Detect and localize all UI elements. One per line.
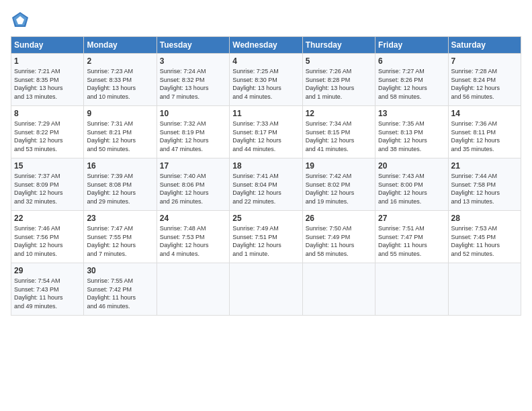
table-row: 7Sunrise: 7:28 AM Sunset: 8:24 PM Daylig… (448, 54, 521, 106)
day-number: 14 (451, 109, 518, 118)
day-number: 10 (160, 109, 226, 118)
day-info: Sunrise: 7:27 AM Sunset: 8:26 PM Dayligh… (378, 67, 445, 101)
table-row (157, 263, 229, 316)
week-row-2: 8Sunrise: 7:29 AM Sunset: 8:22 PM Daylig… (11, 106, 521, 158)
calendar-table: SundayMondayTuesdayWednesdayThursdayFrid… (11, 36, 521, 316)
table-row: 14Sunrise: 7:36 AM Sunset: 8:11 PM Dayli… (448, 106, 521, 158)
day-number: 6 (378, 56, 445, 66)
day-number: 25 (232, 214, 299, 223)
table-row: 28Sunrise: 7:53 AM Sunset: 7:45 PM Dayli… (448, 211, 521, 263)
table-row: 16Sunrise: 7:39 AM Sunset: 8:08 PM Dayli… (84, 158, 157, 211)
day-number: 9 (87, 109, 153, 118)
day-info: Sunrise: 7:51 AM Sunset: 7:47 PM Dayligh… (378, 224, 445, 258)
table-row (448, 263, 521, 316)
table-row: 13Sunrise: 7:35 AM Sunset: 8:13 PM Dayli… (375, 106, 448, 158)
day-info: Sunrise: 7:53 AM Sunset: 7:45 PM Dayligh… (451, 224, 518, 258)
day-info: Sunrise: 7:23 AM Sunset: 8:33 PM Dayligh… (87, 67, 153, 101)
table-row (230, 263, 302, 316)
table-row: 12Sunrise: 7:34 AM Sunset: 8:15 PM Dayli… (302, 106, 375, 158)
table-row: 27Sunrise: 7:51 AM Sunset: 7:47 PM Dayli… (375, 211, 448, 263)
day-number: 12 (306, 109, 372, 118)
day-info: Sunrise: 7:28 AM Sunset: 8:24 PM Dayligh… (451, 67, 518, 101)
day-number: 3 (160, 56, 226, 66)
week-row-4: 22Sunrise: 7:46 AM Sunset: 7:56 PM Dayli… (11, 211, 521, 263)
table-row: 10Sunrise: 7:32 AM Sunset: 8:19 PM Dayli… (157, 106, 229, 158)
table-row: 19Sunrise: 7:42 AM Sunset: 8:02 PM Dayli… (302, 158, 375, 211)
table-row: 17Sunrise: 7:40 AM Sunset: 8:06 PM Dayli… (157, 158, 229, 211)
day-info: Sunrise: 7:43 AM Sunset: 8:00 PM Dayligh… (378, 172, 445, 205)
table-row: 18Sunrise: 7:41 AM Sunset: 8:04 PM Dayli… (230, 158, 302, 211)
day-info: Sunrise: 7:41 AM Sunset: 8:04 PM Dayligh… (232, 172, 299, 205)
header-thursday: Thursday (302, 37, 375, 54)
day-number: 2 (87, 56, 153, 66)
day-info: Sunrise: 7:44 AM Sunset: 7:58 PM Dayligh… (451, 172, 518, 205)
table-row: 15Sunrise: 7:37 AM Sunset: 8:09 PM Dayli… (11, 158, 84, 211)
table-row: 9Sunrise: 7:31 AM Sunset: 8:21 PM Daylig… (84, 106, 157, 158)
table-row: 23Sunrise: 7:47 AM Sunset: 7:55 PM Dayli… (84, 211, 157, 263)
page: SundayMondayTuesdayWednesdayThursdayFrid… (0, 0, 532, 411)
header-sunday: Sunday (11, 37, 84, 54)
day-number: 18 (232, 161, 299, 171)
week-row-5: 29Sunrise: 7:54 AM Sunset: 7:43 PM Dayli… (11, 263, 521, 316)
header-friday: Friday (375, 37, 448, 54)
day-info: Sunrise: 7:50 AM Sunset: 7:49 PM Dayligh… (306, 224, 372, 258)
day-number: 29 (14, 266, 81, 275)
day-number: 19 (306, 161, 372, 171)
header-saturday: Saturday (448, 37, 521, 54)
day-info: Sunrise: 7:36 AM Sunset: 8:11 PM Dayligh… (451, 120, 518, 153)
day-number: 24 (160, 214, 226, 223)
day-number: 11 (232, 109, 299, 118)
day-info: Sunrise: 7:54 AM Sunset: 7:43 PM Dayligh… (14, 277, 81, 310)
day-info: Sunrise: 7:34 AM Sunset: 8:15 PM Dayligh… (306, 120, 372, 153)
day-number: 21 (451, 161, 518, 171)
table-row: 20Sunrise: 7:43 AM Sunset: 8:00 PM Dayli… (375, 158, 448, 211)
day-number: 22 (14, 214, 81, 223)
day-number: 28 (451, 214, 518, 223)
day-info: Sunrise: 7:47 AM Sunset: 7:55 PM Dayligh… (87, 224, 153, 258)
table-row: 25Sunrise: 7:49 AM Sunset: 7:51 PM Dayli… (230, 211, 302, 263)
table-row: 4Sunrise: 7:25 AM Sunset: 8:30 PM Daylig… (230, 54, 302, 106)
day-info: Sunrise: 7:31 AM Sunset: 8:21 PM Dayligh… (87, 120, 153, 153)
day-number: 4 (232, 56, 299, 66)
table-row: 29Sunrise: 7:54 AM Sunset: 7:43 PM Dayli… (11, 263, 84, 316)
day-info: Sunrise: 7:32 AM Sunset: 8:19 PM Dayligh… (160, 120, 226, 153)
day-info: Sunrise: 7:25 AM Sunset: 8:30 PM Dayligh… (232, 67, 299, 101)
day-info: Sunrise: 7:42 AM Sunset: 8:02 PM Dayligh… (306, 172, 372, 205)
day-number: 15 (14, 161, 81, 171)
table-row: 30Sunrise: 7:55 AM Sunset: 7:42 PM Dayli… (84, 263, 157, 316)
day-info: Sunrise: 7:24 AM Sunset: 8:32 PM Dayligh… (160, 67, 226, 101)
table-row: 6Sunrise: 7:27 AM Sunset: 8:26 PM Daylig… (375, 54, 448, 106)
logo-icon (11, 11, 30, 30)
day-number: 16 (87, 161, 153, 171)
header-monday: Monday (84, 37, 157, 54)
table-row: 2Sunrise: 7:23 AM Sunset: 8:33 PM Daylig… (84, 54, 157, 106)
day-info: Sunrise: 7:29 AM Sunset: 8:22 PM Dayligh… (14, 120, 81, 153)
day-number: 20 (378, 161, 445, 171)
day-info: Sunrise: 7:46 AM Sunset: 7:56 PM Dayligh… (14, 224, 81, 258)
table-row: 3Sunrise: 7:24 AM Sunset: 8:32 PM Daylig… (157, 54, 229, 106)
day-number: 23 (87, 214, 153, 223)
header-wednesday: Wednesday (230, 37, 302, 54)
day-info: Sunrise: 7:37 AM Sunset: 8:09 PM Dayligh… (14, 172, 81, 205)
day-number: 27 (378, 214, 445, 223)
logo (11, 11, 32, 30)
table-row (302, 263, 375, 316)
table-row: 24Sunrise: 7:48 AM Sunset: 7:53 PM Dayli… (157, 211, 229, 263)
day-info: Sunrise: 7:35 AM Sunset: 8:13 PM Dayligh… (378, 120, 445, 153)
day-info: Sunrise: 7:55 AM Sunset: 7:42 PM Dayligh… (87, 277, 153, 310)
header (11, 11, 521, 30)
table-row: 26Sunrise: 7:50 AM Sunset: 7:49 PM Dayli… (302, 211, 375, 263)
table-row: 21Sunrise: 7:44 AM Sunset: 7:58 PM Dayli… (448, 158, 521, 211)
day-info: Sunrise: 7:40 AM Sunset: 8:06 PM Dayligh… (160, 172, 226, 205)
day-info: Sunrise: 7:33 AM Sunset: 8:17 PM Dayligh… (232, 120, 299, 153)
header-tuesday: Tuesday (157, 37, 229, 54)
table-row: 22Sunrise: 7:46 AM Sunset: 7:56 PM Dayli… (11, 211, 84, 263)
table-row: 1Sunrise: 7:21 AM Sunset: 8:35 PM Daylig… (11, 54, 84, 106)
table-row: 5Sunrise: 7:26 AM Sunset: 8:28 PM Daylig… (302, 54, 375, 106)
day-number: 30 (87, 266, 153, 275)
table-row (375, 263, 448, 316)
day-number: 26 (306, 214, 372, 223)
day-info: Sunrise: 7:39 AM Sunset: 8:08 PM Dayligh… (87, 172, 153, 205)
table-row: 8Sunrise: 7:29 AM Sunset: 8:22 PM Daylig… (11, 106, 84, 158)
week-row-3: 15Sunrise: 7:37 AM Sunset: 8:09 PM Dayli… (11, 158, 521, 211)
